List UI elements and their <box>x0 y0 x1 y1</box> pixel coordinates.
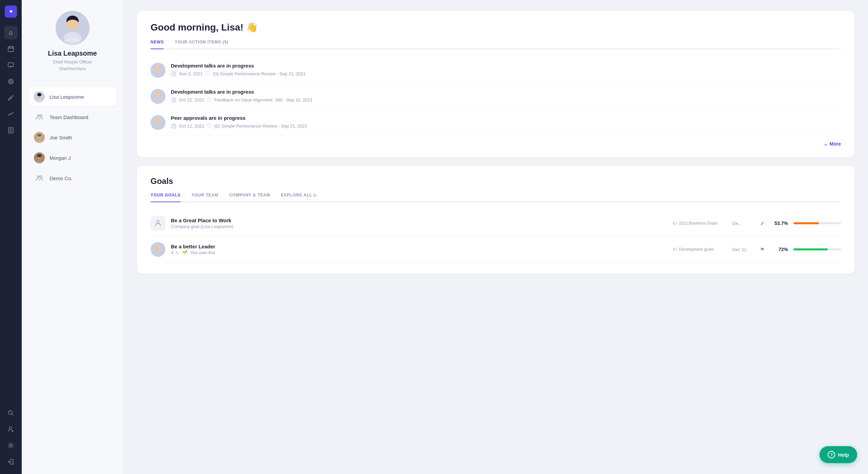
goal-tag-1: 🏷 2021 Business Goals <box>673 221 727 226</box>
clock-icon-1: 🕐 <box>171 71 176 76</box>
edit-icon[interactable] <box>4 91 18 105</box>
sidebar-item-demo[interactable]: Demo Co. <box>28 169 116 188</box>
goal-percent-1: 53.7% <box>772 221 788 226</box>
goals-tabs-row: YOUR GOALS YOUR TEAM COMPANY & TEAM EXPL… <box>151 193 841 202</box>
chat-icon[interactable] <box>4 58 18 72</box>
tab-explore-all[interactable]: EXPLORE ALL ▷ <box>281 193 317 202</box>
news-title-1: Development talks are in progress <box>171 63 841 69</box>
svg-point-42 <box>155 245 161 251</box>
team-dashboard-icon <box>34 112 45 122</box>
tab-action-items[interactable]: YOUR ACTION ITEMS (5) <box>175 40 228 49</box>
news-body-2: Development talks are in progress 🕐 Oct … <box>171 89 841 103</box>
svg-point-30 <box>40 176 42 178</box>
sidebar-item-morgan[interactable]: Morgan J <box>28 148 116 167</box>
news-meta-2: 🕐 Oct 22, 2021 ⓘ Feedback on Value Align… <box>171 97 841 103</box>
logout-icon[interactable] <box>4 455 18 469</box>
settings-icon[interactable] <box>4 439 18 452</box>
add-user-icon[interactable] <box>4 422 18 436</box>
goal-tag-2: 🏷 Development goals <box>673 247 727 252</box>
news-item: Development talks are in progress 🕐 Oct … <box>151 83 841 110</box>
news-avatar-3 <box>151 115 165 130</box>
nav-avatar-joe <box>34 132 45 143</box>
tab-your-goals[interactable]: YOUR GOALS <box>151 193 181 202</box>
svg-point-32 <box>155 66 161 72</box>
svg-point-20 <box>40 115 42 117</box>
more-link[interactable]: ⌄ More <box>151 136 841 147</box>
news-item: Development talks are in progress 🕐 Nov … <box>151 57 841 83</box>
goal-icon-2 <box>151 242 165 257</box>
calendar-icon[interactable] <box>4 42 18 56</box>
svg-point-38 <box>155 118 161 124</box>
goal-percent-2: 72% <box>772 247 788 252</box>
home-icon[interactable]: ⌂ <box>4 26 18 39</box>
goal-name-1: Be a Great Place to Work <box>171 217 667 223</box>
left-panel: Lisa Leapsome Chief People Officer She/H… <box>22 0 123 474</box>
goal-own-label: You own this <box>190 250 215 255</box>
goal-flag-2: ⚑ <box>758 246 766 253</box>
clock-icon-3: 🕐 <box>171 124 176 129</box>
help-button[interactable]: ? Help <box>820 446 857 463</box>
progress-fill-2 <box>793 248 828 250</box>
svg-rect-1 <box>8 63 14 67</box>
clock-icon-2: 🕐 <box>171 97 176 102</box>
goal-count: 4 <box>171 250 173 255</box>
news-tabs-row: NEWS YOUR ACTION ITEMS (5) <box>151 40 841 49</box>
news-avatar-1 <box>151 63 165 78</box>
tab-company-team[interactable]: COMPANY & TEAM <box>229 193 270 202</box>
progress-fill-1 <box>793 222 819 224</box>
greeting-text: Good morning, Lisa! 👋 <box>151 22 841 33</box>
book-icon[interactable] <box>4 124 18 137</box>
svg-point-8 <box>10 444 12 447</box>
svg-point-40 <box>157 221 159 223</box>
tag-icon-2: 🏷 <box>673 247 677 252</box>
svg-point-4 <box>11 81 12 82</box>
goal-sub-1: Company goal (Lisa Leapsome) <box>171 224 667 229</box>
goal-info-1: Be a Great Place to Work Company goal (L… <box>171 217 667 229</box>
svg-rect-0 <box>8 47 14 52</box>
info-icon-1: ⓘ <box>205 71 210 77</box>
sidebar-item-joe-label: Joe Smith <box>50 135 72 140</box>
sidebar-item-joe[interactable]: Joe Smith <box>28 128 116 147</box>
tab-your-team[interactable]: YOUR TEAM <box>192 193 218 202</box>
goal-progress-2 <box>793 248 841 250</box>
news-meta-3: 🕐 Oct 12, 2021 ⓘ (D) Simple Performance … <box>171 123 841 129</box>
target-icon[interactable] <box>4 75 18 88</box>
leaf-icon: 🌱 <box>182 250 188 255</box>
tab-news[interactable]: NEWS <box>151 40 164 49</box>
news-card: Good morning, Lisa! 👋 NEWS YOUR ACTION I… <box>137 11 854 157</box>
chart-icon[interactable] <box>4 107 18 121</box>
svg-point-14 <box>66 20 79 28</box>
app-logo[interactable]: ✦ <box>5 5 17 18</box>
svg-point-24 <box>37 134 41 137</box>
sidebar-item-lisa-label: Lisa Leapsome <box>50 94 84 100</box>
nav-list: Lisa Leapsome Team Dashboard Joe Smith M… <box>28 87 116 188</box>
main-content: Good morning, Lisa! 👋 NEWS YOUR ACTION I… <box>123 0 868 474</box>
profile-title: Chief People Officer She/Her/Hers <box>53 59 92 72</box>
news-title-2: Development talks are in progress <box>171 89 841 95</box>
goals-card: Goals YOUR GOALS YOUR TEAM COMPANY & TEA… <box>137 166 854 273</box>
help-circle-icon: ? <box>828 451 835 458</box>
news-meta-1: 🕐 Nov 2, 2021 ⓘ (D) Simple Performance R… <box>171 71 841 77</box>
tag-icon-1: 🏷 <box>673 221 677 226</box>
demo-co-icon <box>34 173 45 184</box>
sidebar-item-lisa[interactable]: Lisa Leapsome <box>28 87 116 106</box>
svg-point-29 <box>37 176 39 178</box>
sidebar-item-demo-label: Demo Co. <box>50 175 73 181</box>
svg-point-6 <box>8 411 12 414</box>
sidebar-item-morgan-label: Morgan J <box>50 155 71 161</box>
sidebar-item-team-label: Team Dashboard <box>50 114 88 120</box>
svg-point-18 <box>37 93 41 96</box>
goals-section-title: Goals <box>151 176 841 186</box>
news-item: Peer approvals are in progress 🕐 Oct 12,… <box>151 110 841 136</box>
help-label: Help <box>838 452 849 458</box>
play-icon: ▷ <box>176 250 179 255</box>
svg-point-28 <box>37 154 42 157</box>
profile-avatar <box>56 11 90 45</box>
goal-item-1: Be a Great Place to Work Company goal (L… <box>151 210 841 236</box>
nav-avatar-morgan <box>34 152 45 163</box>
icon-sidebar: ✦ ⌂ <box>0 0 22 474</box>
search-icon[interactable] <box>4 406 18 420</box>
goal-item-2: Be a better Leader 4 ▷ 🌱 You own this 🏷 … <box>151 236 841 263</box>
sidebar-item-team-dashboard[interactable]: Team Dashboard <box>28 108 116 127</box>
goal-progress-1 <box>793 222 841 224</box>
